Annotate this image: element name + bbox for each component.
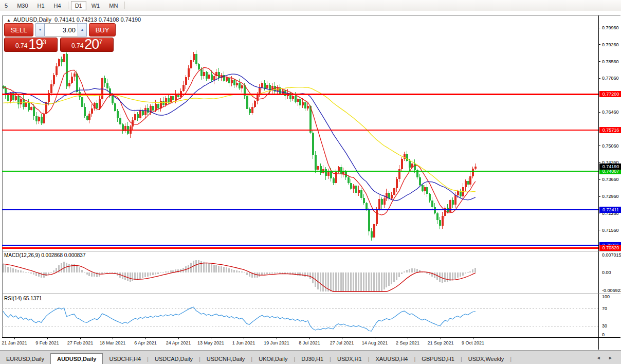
chart-tab-audusd-daily[interactable]: AUDUSD,Daily (50, 353, 103, 364)
price-tick-label: 0.79960 (602, 25, 619, 30)
symbol-label: AUDUSD,Daily (13, 16, 51, 23)
date-tick-label: 14 Aug 2021 (362, 340, 388, 345)
level-price-label: 0.75716 (599, 127, 621, 133)
timeframe-button-H4[interactable]: H4 (50, 1, 65, 10)
date-tick-label: 6 Apr 2021 (134, 340, 157, 345)
date-tick-label: 9 Oct 2021 (462, 340, 484, 345)
chart-tab-gbpusd-h1[interactable]: GBPUSD,H1 (415, 354, 461, 364)
date-tick-label: 1 Jun 2021 (232, 340, 255, 345)
tab-separator: | (510, 354, 512, 364)
price-tick-label: 0.79260 (602, 42, 619, 47)
buy-price-box[interactable]: 0.74 20 7 (60, 38, 114, 52)
date-tick-label: 13 May 2021 (197, 340, 224, 345)
timeframe-toolbar: 5M30H1H4D1W1MN (0, 0, 621, 11)
date-tick-label: 27 Jul 2021 (330, 340, 354, 345)
volume-input[interactable] (45, 23, 78, 37)
ohlc-values: 0.74141 0.74213 0.74108 0.74190 (54, 16, 141, 23)
price-tick-label: 0.71560 (602, 228, 619, 233)
rsi-pane (2, 307, 598, 331)
tab-scroll-arrows[interactable]: ◄ ► (596, 355, 616, 360)
timeframe-button-H1[interactable]: H1 (33, 1, 49, 10)
price-tick-label: 0.75060 (602, 143, 619, 149)
chart-tab-usdchf-h4[interactable]: USDCHF,H4 (103, 354, 147, 364)
indicator-axis-label: -0.006923 (602, 288, 621, 293)
macd-indicator-label: MACD(12,26,9) 0.002868 0.000837 (4, 252, 85, 258)
chart-tab-xauusd-h4[interactable]: XAUUSD,H4 (370, 354, 414, 364)
chart-tab-ukoil-daily[interactable]: UKOil,Daily (252, 354, 294, 364)
chart-tab-usdx-h1[interactable]: USDX,H1 (331, 354, 368, 364)
price-tick-label: 0.72960 (602, 194, 619, 199)
date-tick-label: 18 Mar 2021 (100, 340, 126, 345)
chart-tab-eurusd-daily[interactable]: EURUSD,Daily (0, 354, 50, 364)
sell-price-prefix: 0.74 (15, 41, 27, 51)
price-tick-label: 0.76460 (602, 110, 619, 115)
date-tick-label: 21 Jan 2021 (2, 340, 27, 345)
indicator-axis-label: 30 (602, 323, 607, 329)
level-lines-group[interactable] (2, 94, 598, 248)
indicator-axis-label: 0.007015 (602, 252, 621, 258)
timeframe-button-MN[interactable]: MN (105, 1, 122, 10)
level-price-label: 0.70820 (599, 245, 621, 251)
one-click-trading-widget: SELL ▼ ▲ BUY 0.74 19 3 0.74 20 7 (4, 23, 116, 52)
chart-tab-usdcad-daily[interactable]: USDCAD,Daily (149, 354, 199, 364)
buy-button[interactable]: BUY (89, 23, 116, 37)
macd-histogram (3, 260, 477, 292)
current-price-label: 0.74190 (599, 163, 621, 170)
level-price-label: 0.72411 (599, 207, 621, 213)
volume-decrease-button[interactable]: ▼ (35, 23, 45, 37)
timeframe-button-5[interactable]: 5 (1, 1, 12, 10)
date-tick-label: 9 Feb 2021 (35, 340, 59, 345)
price-tick-label: 0.77860 (602, 76, 619, 81)
price-tick-label: 0.73660 (602, 177, 619, 182)
indicator-axis-label: 0 (602, 332, 605, 337)
sell-button[interactable]: SELL (4, 23, 33, 37)
timeframe-button-D1[interactable]: D1 (71, 1, 86, 10)
date-tick-label: 24 Apr 2021 (166, 340, 191, 345)
chart-frame (2, 15, 620, 350)
sell-price-big: 19 (28, 38, 43, 51)
chart-tab-bar: EURUSD,DailyAUDUSD,DailyUSDCHF,H4|USDCAD… (0, 350, 621, 364)
price-tick-label: 0.78560 (602, 59, 619, 64)
indicator-axis-label: 0.00 (602, 270, 611, 275)
chart-title-ohlc: ▲AUDUSD,Daily 0.74141 0.74213 0.74108 0.… (7, 16, 141, 23)
indicator-axis-label: 70 (602, 306, 607, 311)
sell-price-box[interactable]: 0.74 19 3 (4, 38, 58, 52)
timeframe-button-W1[interactable]: W1 (87, 1, 104, 10)
date-tick-label: 21 Sep 2021 (427, 340, 453, 345)
chart-tab-dj30-h1[interactable]: DJ30,H1 (295, 354, 330, 364)
date-tick-label: 8 Jul 2021 (299, 340, 320, 345)
date-tick-label: 19 Jun 2021 (264, 340, 289, 345)
candles-group[interactable] (3, 50, 477, 240)
sell-price-sup: 3 (43, 39, 46, 45)
chart-tab-usdx-weekly[interactable]: USDX,Weekly (462, 354, 510, 364)
buy-price-sup: 7 (99, 39, 102, 45)
mt4-window: { "toolbar": {"timeframes": ["5","M30","… (0, 0, 621, 364)
chart-area[interactable]: ▲AUDUSD,Daily 0.74141 0.74213 0.74108 0.… (0, 11, 621, 350)
indicator-axis-label: 100 (602, 294, 610, 299)
buy-price-prefix: 0.74 (71, 41, 83, 51)
price-chart-canvas[interactable] (0, 11, 621, 350)
chart-tab-usdcnh-daily[interactable]: USDCNH,Daily (200, 354, 251, 364)
rsi-indicator-label: RSI(14) 65.1371 (4, 296, 42, 301)
buy-price-big: 20 (84, 38, 99, 51)
time-axis-ticks (14, 337, 473, 339)
timeframe-button-M30[interactable]: M30 (13, 1, 32, 10)
collapse-triangle-icon[interactable]: ▲ (7, 18, 11, 23)
level-price-label: 0.77200 (599, 91, 621, 97)
volume-increase-button[interactable]: ▲ (78, 23, 87, 37)
date-tick-label: 27 Feb 2021 (67, 340, 94, 345)
date-tick-label: 2 Sep 2021 (396, 340, 419, 345)
